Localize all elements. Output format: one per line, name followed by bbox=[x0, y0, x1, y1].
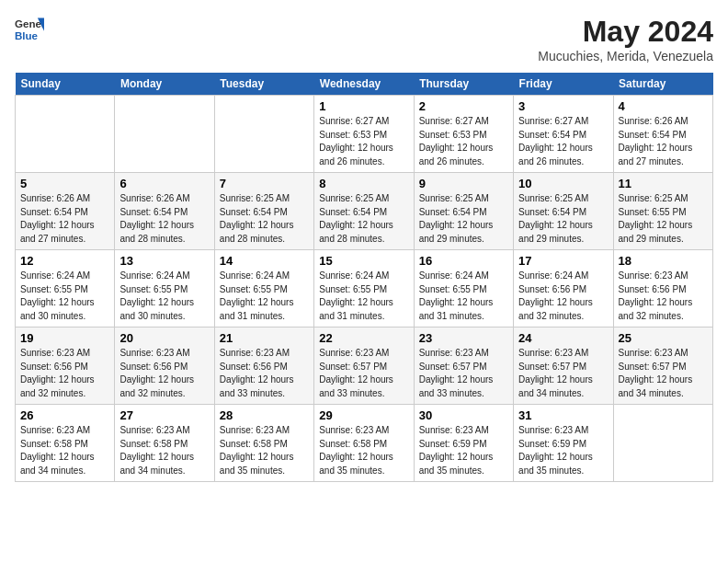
day-info: Sunrise: 6:23 AM Sunset: 6:58 PM Dayligh… bbox=[119, 424, 209, 477]
day-info: Sunrise: 6:27 AM Sunset: 6:53 PM Dayligh… bbox=[319, 115, 408, 168]
calendar-cell: 17Sunrise: 6:24 AM Sunset: 6:56 PM Dayli… bbox=[514, 250, 613, 327]
day-info: Sunrise: 6:26 AM Sunset: 6:54 PM Dayligh… bbox=[119, 192, 209, 246]
day-of-week-header: Thursday bbox=[414, 73, 513, 96]
day-number: 31 bbox=[518, 408, 608, 422]
calendar-cell: 18Sunrise: 6:23 AM Sunset: 6:56 PM Dayli… bbox=[613, 250, 712, 327]
calendar-cell: 16Sunrise: 6:24 AM Sunset: 6:55 PM Dayli… bbox=[414, 250, 513, 327]
day-info: Sunrise: 6:24 AM Sunset: 6:55 PM Dayligh… bbox=[119, 270, 209, 323]
calendar-cell: 15Sunrise: 6:24 AM Sunset: 6:55 PM Dayli… bbox=[314, 250, 414, 327]
title-block: May 2024 Mucuchies, Merida, Venezuela bbox=[538, 15, 713, 63]
day-info: Sunrise: 6:25 AM Sunset: 6:54 PM Dayligh… bbox=[319, 192, 408, 246]
calendar-cell: 29Sunrise: 6:23 AM Sunset: 6:58 PM Dayli… bbox=[314, 405, 414, 482]
calendar-cell bbox=[16, 96, 115, 173]
day-info: Sunrise: 6:24 AM Sunset: 6:56 PM Dayligh… bbox=[518, 270, 608, 323]
day-number: 26 bbox=[20, 408, 109, 422]
day-info: Sunrise: 6:23 AM Sunset: 6:57 PM Dayligh… bbox=[319, 347, 408, 400]
day-info: Sunrise: 6:23 AM Sunset: 6:56 PM Dayligh… bbox=[20, 347, 109, 400]
page-header: General Blue May 2024 Mucuchies, Merida,… bbox=[15, 15, 713, 63]
day-info: Sunrise: 6:23 AM Sunset: 6:58 PM Dayligh… bbox=[319, 424, 408, 477]
day-number: 17 bbox=[518, 254, 608, 268]
month-year: May 2024 bbox=[538, 15, 713, 49]
day-info: Sunrise: 6:25 AM Sunset: 6:55 PM Dayligh… bbox=[619, 192, 708, 246]
day-info: Sunrise: 6:24 AM Sunset: 6:55 PM Dayligh… bbox=[319, 270, 408, 323]
logo: General Blue bbox=[15, 15, 44, 44]
day-info: Sunrise: 6:23 AM Sunset: 6:59 PM Dayligh… bbox=[419, 424, 508, 477]
calendar-cell: 30Sunrise: 6:23 AM Sunset: 6:59 PM Dayli… bbox=[414, 405, 513, 482]
calendar-cell: 20Sunrise: 6:23 AM Sunset: 6:56 PM Dayli… bbox=[115, 327, 214, 405]
day-info: Sunrise: 6:26 AM Sunset: 6:54 PM Dayligh… bbox=[20, 192, 109, 246]
day-info: Sunrise: 6:24 AM Sunset: 6:55 PM Dayligh… bbox=[419, 270, 508, 323]
calendar-cell: 12Sunrise: 6:24 AM Sunset: 6:55 PM Dayli… bbox=[16, 250, 115, 327]
day-number: 3 bbox=[518, 99, 608, 113]
day-of-week-header: Sunday bbox=[16, 73, 115, 96]
calendar-cell: 3Sunrise: 6:27 AM Sunset: 6:54 PM Daylig… bbox=[514, 96, 613, 173]
calendar-cell: 5Sunrise: 6:26 AM Sunset: 6:54 PM Daylig… bbox=[16, 173, 115, 250]
calendar-cell: 23Sunrise: 6:23 AM Sunset: 6:57 PM Dayli… bbox=[414, 327, 513, 405]
calendar-table: SundayMondayTuesdayWednesdayThursdayFrid… bbox=[15, 73, 713, 482]
day-number: 1 bbox=[319, 99, 408, 113]
day-number: 15 bbox=[319, 254, 408, 268]
day-number: 2 bbox=[419, 99, 508, 113]
location: Mucuchies, Merida, Venezuela bbox=[538, 49, 713, 63]
day-number: 28 bbox=[220, 408, 309, 422]
day-number: 4 bbox=[619, 99, 708, 113]
calendar-cell bbox=[115, 96, 214, 173]
day-number: 11 bbox=[619, 177, 708, 190]
day-number: 7 bbox=[220, 177, 309, 190]
day-number: 13 bbox=[119, 254, 209, 268]
day-number: 16 bbox=[419, 254, 508, 268]
calendar-cell bbox=[613, 405, 712, 482]
calendar-cell: 21Sunrise: 6:23 AM Sunset: 6:56 PM Dayli… bbox=[214, 327, 313, 405]
day-info: Sunrise: 6:27 AM Sunset: 6:53 PM Dayligh… bbox=[419, 115, 508, 168]
day-info: Sunrise: 6:23 AM Sunset: 6:57 PM Dayligh… bbox=[619, 347, 708, 400]
day-number: 23 bbox=[419, 331, 508, 345]
calendar-cell: 19Sunrise: 6:23 AM Sunset: 6:56 PM Dayli… bbox=[16, 327, 115, 405]
day-info: Sunrise: 6:25 AM Sunset: 6:54 PM Dayligh… bbox=[419, 192, 508, 246]
day-number: 5 bbox=[20, 177, 109, 190]
calendar-cell: 13Sunrise: 6:24 AM Sunset: 6:55 PM Dayli… bbox=[115, 250, 214, 327]
day-number: 20 bbox=[119, 331, 209, 345]
day-number: 10 bbox=[518, 177, 608, 190]
day-number: 22 bbox=[319, 331, 408, 345]
day-number: 14 bbox=[220, 254, 309, 268]
calendar-cell: 22Sunrise: 6:23 AM Sunset: 6:57 PM Dayli… bbox=[314, 327, 414, 405]
calendar-cell: 1Sunrise: 6:27 AM Sunset: 6:53 PM Daylig… bbox=[314, 96, 414, 173]
day-of-week-header: Monday bbox=[115, 73, 214, 96]
calendar-cell: 8Sunrise: 6:25 AM Sunset: 6:54 PM Daylig… bbox=[314, 173, 414, 250]
calendar-cell: 31Sunrise: 6:23 AM Sunset: 6:59 PM Dayli… bbox=[514, 405, 613, 482]
day-of-week-header: Tuesday bbox=[214, 73, 313, 96]
day-of-week-header: Wednesday bbox=[314, 73, 414, 96]
day-number: 25 bbox=[619, 331, 708, 345]
day-of-week-header: Saturday bbox=[613, 73, 712, 96]
calendar-cell: 9Sunrise: 6:25 AM Sunset: 6:54 PM Daylig… bbox=[414, 173, 513, 250]
calendar-cell: 10Sunrise: 6:25 AM Sunset: 6:54 PM Dayli… bbox=[514, 173, 613, 250]
day-number: 19 bbox=[20, 331, 109, 345]
day-info: Sunrise: 6:23 AM Sunset: 6:58 PM Dayligh… bbox=[220, 424, 309, 477]
day-info: Sunrise: 6:25 AM Sunset: 6:54 PM Dayligh… bbox=[518, 192, 608, 246]
logo-icon: General Blue bbox=[15, 15, 44, 44]
day-number: 18 bbox=[619, 254, 708, 268]
day-info: Sunrise: 6:24 AM Sunset: 6:55 PM Dayligh… bbox=[20, 270, 109, 323]
day-info: Sunrise: 6:23 AM Sunset: 6:58 PM Dayligh… bbox=[20, 424, 109, 477]
calendar-cell: 27Sunrise: 6:23 AM Sunset: 6:58 PM Dayli… bbox=[115, 405, 214, 482]
calendar-cell: 24Sunrise: 6:23 AM Sunset: 6:57 PM Dayli… bbox=[514, 327, 613, 405]
calendar-cell: 11Sunrise: 6:25 AM Sunset: 6:55 PM Dayli… bbox=[613, 173, 712, 250]
day-info: Sunrise: 6:23 AM Sunset: 6:57 PM Dayligh… bbox=[518, 347, 608, 400]
calendar-cell: 2Sunrise: 6:27 AM Sunset: 6:53 PM Daylig… bbox=[414, 96, 513, 173]
day-info: Sunrise: 6:24 AM Sunset: 6:55 PM Dayligh… bbox=[220, 270, 309, 323]
day-number: 21 bbox=[220, 331, 309, 345]
calendar-cell: 14Sunrise: 6:24 AM Sunset: 6:55 PM Dayli… bbox=[214, 250, 313, 327]
day-number: 24 bbox=[518, 331, 608, 345]
calendar-cell: 26Sunrise: 6:23 AM Sunset: 6:58 PM Dayli… bbox=[16, 405, 115, 482]
day-number: 6 bbox=[119, 177, 209, 190]
day-number: 29 bbox=[319, 408, 408, 422]
day-info: Sunrise: 6:23 AM Sunset: 6:56 PM Dayligh… bbox=[220, 347, 309, 400]
day-info: Sunrise: 6:27 AM Sunset: 6:54 PM Dayligh… bbox=[518, 115, 608, 168]
day-info: Sunrise: 6:25 AM Sunset: 6:54 PM Dayligh… bbox=[220, 192, 309, 246]
day-info: Sunrise: 6:26 AM Sunset: 6:54 PM Dayligh… bbox=[619, 115, 708, 168]
calendar-cell: 6Sunrise: 6:26 AM Sunset: 6:54 PM Daylig… bbox=[115, 173, 214, 250]
calendar-cell: 4Sunrise: 6:26 AM Sunset: 6:54 PM Daylig… bbox=[613, 96, 712, 173]
day-number: 9 bbox=[419, 177, 508, 190]
day-info: Sunrise: 6:23 AM Sunset: 6:57 PM Dayligh… bbox=[419, 347, 508, 400]
calendar-cell bbox=[214, 96, 313, 173]
